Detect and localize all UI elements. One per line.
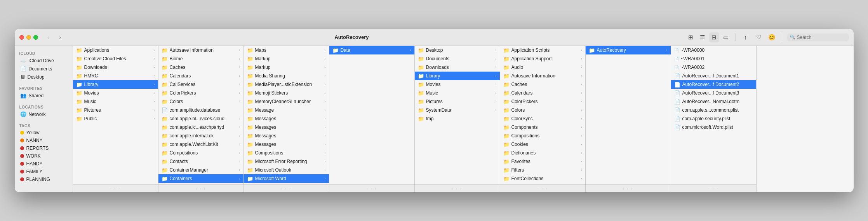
list-item[interactable]: 📁ContainerManager› [158,166,244,174]
list-item[interactable]: 📁tmp [415,114,500,123]
close-button[interactable] [19,35,24,40]
tags-button[interactable]: ♡ [754,32,764,42]
sidebar-item-family[interactable]: FAMILY [16,168,71,175]
list-item[interactable]: 📁Biome› [158,54,244,63]
list-item[interactable]: 📁Downloads› [415,63,500,72]
list-item[interactable]: 📁Pictures› [73,106,158,114]
list-item[interactable]: 📁Downloads› [73,63,158,72]
column-resize-handle[interactable]: · · · [244,184,329,192]
sidebar-item-planning[interactable]: PLANNING [16,175,71,183]
search-box[interactable]: 🔍 [787,33,849,41]
column-resize-handle[interactable]: · · · [329,184,414,192]
list-item[interactable]: 📁Dictionaries› [500,149,585,157]
list-item[interactable]: 📁com.apple.ic...earchpartyd› [158,123,244,132]
list-item[interactable]: 📄com.apple.security.plist [671,114,756,123]
list-item[interactable]: 📁Markup› [244,63,329,72]
sidebar-item-work[interactable]: WORK [16,152,71,160]
column-resize-handle[interactable]: · · · [671,184,756,192]
list-item[interactable]: 📁Colors› [500,106,585,114]
list-item[interactable]: 📁Microsoft Error Reporting› [244,157,329,166]
list-item[interactable]: 📁Media Sharing› [244,72,329,80]
list-item[interactable]: 📁Components› [500,123,585,132]
list-item[interactable]: 📁Calendars› [158,72,244,80]
list-item[interactable]: 📁HMRC› [73,72,158,80]
list-item[interactable]: 📁Compositions› [500,132,585,140]
list-item[interactable]: 📁MediaPlayer...sticExtension› [244,80,329,89]
list-item[interactable]: 📁ColorPickers› [500,97,585,106]
more-button[interactable]: 😊 [767,32,777,42]
sidebar-item-reports[interactable]: REPORTS [16,144,71,152]
share-button[interactable]: ↑ [741,32,751,42]
list-item[interactable]: 📁Memoji Stickers› [244,89,329,97]
icon-view-button[interactable]: ⊞ [686,32,696,42]
list-item[interactable]: 📁ColorSync› [500,114,585,123]
list-item[interactable]: 📁SystemData› [415,106,500,114]
list-item[interactable]: 📁Message› [244,106,329,114]
list-item[interactable]: 📁Desktop› [415,46,500,54]
list-item[interactable]: 📁Music› [415,89,500,97]
list-item[interactable]: 📁Autosave Information› [500,72,585,80]
list-item[interactable]: 📄com.microsoft.Word.plist [671,123,756,132]
minimize-button[interactable] [26,35,31,40]
sidebar-item-documents[interactable]: 📄 Documents [16,65,71,73]
column-resize-handle[interactable]: · · · [158,184,244,192]
list-item[interactable]: 📁Messages› [244,123,329,132]
list-item[interactable]: 📁Application Scripts› [500,46,585,54]
list-item[interactable]: 📁Microsoft Word› [244,174,329,183]
column-resize-handle[interactable]: · · · [73,184,158,192]
list-item[interactable]: 📄com.apple.s...common.plist [671,106,756,114]
sidebar-item-handy[interactable]: HANDY [16,160,71,168]
sidebar-item-icloud-drive[interactable]: ☁️ iCloud Drive [16,56,71,65]
forward-button[interactable]: › [56,33,64,42]
list-view-button[interactable]: ☰ [698,32,708,42]
list-item[interactable]: 📁MemoryCleanerSLauncher› [244,97,329,106]
sidebar-item-yellow[interactable]: Yellow [16,129,71,137]
list-item[interactable]: 📁Documents› [415,54,500,63]
list-item[interactable]: 📄~WRA0002 [671,63,756,72]
list-item[interactable]: 📄com.amplitude.database [158,106,244,114]
list-item[interactable]: 📁Calendars› [500,89,585,97]
list-item[interactable]: 📁Caches› [500,80,585,89]
column-resize-handle[interactable]: · · · [415,184,500,192]
list-item[interactable]: 📁Music› [73,97,158,106]
sidebar-item-shared[interactable]: 👥 Shared [16,91,71,100]
list-item[interactable]: 📄AutoRecover...Normal.dotm [671,97,756,106]
list-item[interactable]: 📁Caches› [158,63,244,72]
sidebar-item-desktop[interactable]: 🖥 Desktop [16,73,71,81]
list-item[interactable]: 📁Movies› [73,89,158,97]
list-item[interactable]: 📁Creative Cloud Files› [73,54,158,63]
gallery-view-button[interactable]: ▭ [721,32,731,42]
list-item[interactable]: 📁Favorites› [500,157,585,166]
list-item[interactable]: 📁Markup› [244,54,329,63]
list-item[interactable]: 📁Pictures› [415,97,500,106]
list-item[interactable]: 📁Library› [73,80,158,89]
column-resize-handle[interactable]: · · · [500,184,585,192]
list-item[interactable]: 📁Messages› [244,114,329,123]
maximize-button[interactable] [33,35,38,40]
list-item[interactable]: 📄AutoRecover...f Document2 [671,80,756,89]
list-item[interactable]: 📁Colors› [158,97,244,106]
list-item[interactable]: 📁com.apple.WatchListKit› [158,140,244,149]
list-item[interactable]: 📄AutoRecover...f Document3 [671,89,756,97]
list-item[interactable]: 📁Messages› [244,140,329,149]
list-item[interactable]: 📁FontCollections› [500,174,585,183]
list-item[interactable]: 📁Autosave Information› [158,46,244,54]
sidebar-item-network[interactable]: 🌐 Network [16,110,71,118]
column-view-button[interactable]: ⊟ [709,32,719,42]
list-item[interactable]: 📁Data› [329,46,414,54]
list-item[interactable]: 📁com.apple.bl...rvices.cloud› [158,114,244,123]
list-item[interactable]: 📄~WRA0000 [671,46,756,54]
list-item[interactable]: 📁Library› [415,72,500,80]
search-input[interactable] [797,35,844,40]
list-item[interactable]: 📁Audio› [500,63,585,72]
list-item[interactable]: 📁Containers› [158,174,244,183]
list-item[interactable]: 📁AutoRecovery› [586,46,671,54]
list-item[interactable]: 📁Microsoft Outlook› [244,166,329,174]
list-item[interactable]: 📁Application Support› [500,54,585,63]
list-item[interactable]: 📁ColorPickers› [158,89,244,97]
column-resize-handle[interactable]: · · · [586,184,671,192]
list-item[interactable]: 📄~WRA0001 [671,54,756,63]
list-item[interactable]: 📁Cookies› [500,140,585,149]
list-item[interactable]: 📁Contacts› [158,157,244,166]
back-button[interactable]: ‹ [44,33,53,42]
